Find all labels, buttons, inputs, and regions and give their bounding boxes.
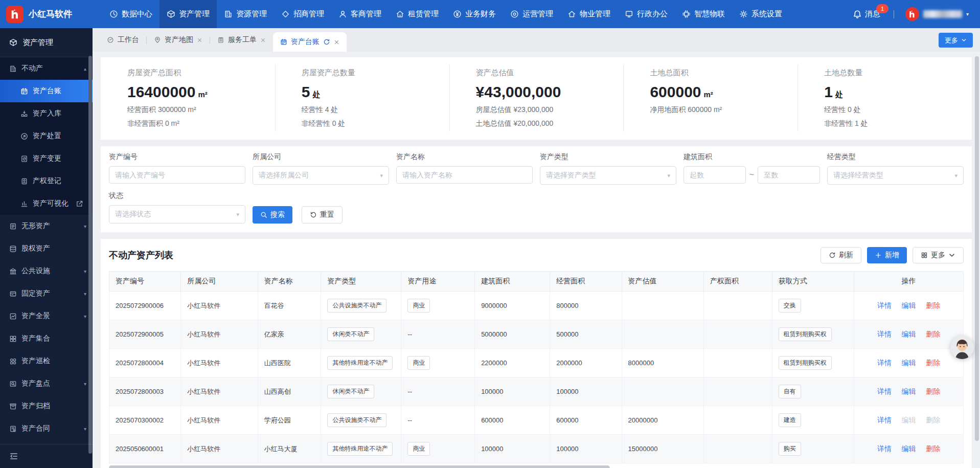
nav-item-merchant-management[interactable]: 客商管理 [331,0,389,28]
operating-type-select[interactable]: 请选择经营类型▾ [827,166,964,185]
edit-link[interactable]: 编辑 [902,444,916,453]
filter-label: 所属公司 [253,152,389,162]
nav-item-investment-management[interactable]: 招商管理 [274,0,331,28]
sidebar-item-asset-inspection[interactable]: 资产巡检 [0,350,93,372]
cell-property-area [703,406,772,435]
asset-no-input[interactable] [109,166,245,184]
acquisition-tag: 自有 [779,385,801,398]
detail-link[interactable]: 详情 [877,359,892,367]
nav-item-label: 客商管理 [351,9,381,19]
detail-link[interactable]: 详情 [877,330,892,338]
sidebar-item-real-estate[interactable]: 不动产 ▴ [0,57,93,80]
nav-item-label: 资源管理 [236,9,267,19]
house-key-icon [396,10,404,18]
column-header-6: 经营面积 [550,272,622,292]
horizontal-scrollbar[interactable] [109,464,964,468]
archive-box-icon [9,403,17,410]
chevron-down-icon: ▾ [966,11,969,17]
nav-item-admin-office[interactable]: 行政办公 [618,0,675,28]
tab-service-order[interactable]: 服务工单 [210,28,273,52]
reset-button[interactable]: 重置 [302,206,343,224]
sidebar-item-asset-inventory[interactable]: 资产盘点▾ [0,372,93,395]
grid-more-icon [921,252,928,259]
horizontal-scrollbar-thumb[interactable] [109,465,610,468]
building-area-to-input[interactable] [758,166,820,184]
add-button[interactable]: 新增 [867,247,907,263]
tab-asset-map[interactable]: 资产地图 [147,28,210,52]
user-menu[interactable]: ▾ [905,7,969,21]
tabs-more-button[interactable]: 更多 [939,33,973,48]
kpi-card-4: 土地总数量 1处 经营性 0 处非经营性 1 处 [797,57,972,140]
close-icon[interactable] [260,37,266,43]
delete-link[interactable]: 删除 [926,330,940,338]
messages-button[interactable]: 消息 1 [853,9,880,19]
home-icon [567,10,576,18]
nav-item-lease-management[interactable]: 租赁管理 [389,0,446,28]
sidebar-item-asset-inbound[interactable]: 资产入库 [0,102,93,125]
asset-type-select[interactable]: 请选择资产类型▾ [540,166,676,185]
refresh-icon[interactable] [323,38,330,46]
sidebar-item-asset-ledger[interactable]: 资产台账 [0,80,93,102]
delete-link[interactable]: 删除 [926,301,940,309]
sidebar-item-asset-change[interactable]: 资产变更 [0,147,93,170]
import-icon [20,110,28,118]
sidebar-item-asset-collection[interactable]: 资产集合 [0,327,93,350]
page-scrollbar[interactable] [975,56,979,441]
filter-label: 经营类型 [827,152,964,162]
cell-actions: 详情 编辑 删除 [854,349,964,377]
nav-item-system-settings[interactable]: 系统设置 [732,0,789,28]
sidebar-item-asset-disposal[interactable]: 资产处置 [0,125,93,147]
sidebar-item-intangible-assets[interactable]: 无形资产▾ [0,215,93,237]
sidebar-item-asset-visualization[interactable]: 资产可视化 [0,192,93,215]
detail-link[interactable]: 详情 [877,301,892,309]
sidebar-item-property-registration[interactable]: 产权登记 [0,170,93,192]
acquisition-tag: 购买 [779,442,801,456]
nav-item-asset-management[interactable]: 资产管理 [159,0,217,28]
refresh-icon [829,252,836,259]
asset-name-input[interactable] [396,166,533,184]
building-area-from-input[interactable] [683,166,746,184]
nav-item-operation-management[interactable]: 运营管理 [503,0,560,28]
user-avatar [905,7,919,21]
status-select[interactable]: 请选择状态▾ [109,205,245,224]
close-icon[interactable] [197,37,202,43]
nav-item-label: 招商管理 [293,9,324,19]
gear-icon [739,10,748,18]
fixed-asset-icon [9,290,17,298]
search-button[interactable]: 搜索 [253,206,292,224]
list-more-button[interactable]: 更多 [913,247,964,263]
nav-item-property-management[interactable]: 物业管理 [560,0,618,28]
close-icon[interactable] [334,39,339,45]
edit-link[interactable]: 编辑 [902,330,916,338]
facility-bank-icon [9,268,17,275]
detail-link[interactable]: 详情 [877,444,892,453]
nav-item-smart-iot[interactable]: 智慧物联 [675,0,732,28]
sidebar-item-asset-archive[interactable]: 资产归档 [0,395,93,417]
edit-link[interactable]: 编辑 [902,359,916,367]
delete-link[interactable]: 删除 [926,359,940,367]
edit-link[interactable]: 编辑 [902,301,916,309]
collapse-sidebar-icon[interactable] [9,452,18,461]
sidebar-item-asset-panorama[interactable]: 资产全景▾ [0,305,93,327]
owning-company-select[interactable]: 请选择所属公司▾ [253,166,389,185]
delete-link[interactable]: 删除 [926,444,940,453]
sidebar-item-public-facilities[interactable]: 公共设施▾ [0,260,93,282]
assistant-avatar[interactable] [950,336,974,359]
delete-link[interactable]: 删除 [926,387,940,395]
sidebar-scrollbar[interactable] [88,56,92,454]
sidebar-group-real-estate: 不动产 ▴ 资产台账 资产入库 资产处置 资产变更 产权登记 资产可视化 [0,57,93,215]
detail-link[interactable]: 详情 [877,387,892,395]
nav-item-business-finance[interactable]: 业务财务 [446,0,503,28]
detail-link[interactable]: 详情 [877,416,892,424]
tab-bar: 工作台 资产地图 服务工单 资产台账 更多 [93,28,980,52]
nav-item-resource-management[interactable]: 资源管理 [217,0,274,28]
refresh-button[interactable]: 刷新 [821,247,861,263]
sidebar-item-equity-assets[interactable]: 股权资产 [0,237,93,260]
tab-workbench[interactable]: 工作台 [100,28,146,52]
kpi-unit: m² [198,90,207,99]
sidebar-item-asset-contract[interactable]: 资产合同▾ [0,417,93,440]
nav-item-data-center[interactable]: 数据中心 [102,0,159,28]
tab-asset-ledger[interactable]: 资产台账 [273,32,347,52]
edit-link[interactable]: 编辑 [902,387,916,395]
sidebar-item-fixed-assets[interactable]: 固定资产▾ [0,282,93,305]
